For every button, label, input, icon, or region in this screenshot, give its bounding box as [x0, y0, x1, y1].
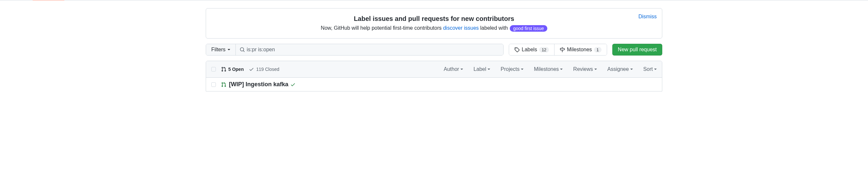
dismiss-button[interactable]: Dismiss: [639, 14, 657, 20]
banner-text-after: labeled with: [479, 25, 509, 31]
labels-milestones-group: Labels 12 Milestones 1: [509, 44, 607, 56]
top-divider: [0, 0, 868, 0]
sort-filter-label: Sort: [643, 66, 653, 72]
caret-down-icon: [461, 69, 463, 70]
select-all-checkbox[interactable]: [211, 67, 216, 71]
new-pull-request-button[interactable]: New pull request: [612, 44, 662, 56]
open-count: 5 Open: [228, 67, 244, 72]
milestones-filter-label: Milestones: [534, 66, 559, 72]
active-tab-indicator: [33, 0, 64, 0]
milestones-button[interactable]: Milestones 1: [554, 44, 607, 55]
banner-text: Now, GitHub will help potential first-ti…: [211, 25, 657, 32]
assignee-filter[interactable]: Assignee: [608, 66, 633, 72]
assignee-filter-label: Assignee: [608, 66, 629, 72]
row-checkbox[interactable]: [211, 82, 216, 87]
filters-label: Filters: [211, 47, 226, 53]
git-pull-request-icon: [221, 67, 226, 72]
check-success-icon: [290, 82, 296, 87]
tag-icon: [514, 47, 520, 52]
pr-list: 5 Open 119 Closed Author Label Projects …: [206, 61, 662, 92]
label-filter-label: Label: [473, 66, 486, 72]
git-pull-request-open-icon: [221, 82, 226, 87]
search-wrap: [236, 44, 503, 55]
search-input[interactable]: [245, 44, 500, 55]
closed-count: 119 Closed: [256, 67, 279, 72]
caret-down-icon: [630, 69, 633, 70]
filter-search-group: Filters: [206, 44, 503, 56]
caret-down-icon: [227, 49, 230, 50]
pr-toolbar: Filters Labels 12 Milestones 1 New pull …: [206, 44, 662, 56]
good-first-issue-badge[interactable]: good first issue: [510, 25, 547, 32]
caret-down-icon: [654, 69, 657, 70]
closed-state-tab[interactable]: 119 Closed: [249, 67, 279, 72]
labels-label: Labels: [522, 47, 537, 53]
projects-filter-label: Projects: [501, 66, 520, 72]
pr-title[interactable]: [WIP] Ingestion kafka: [229, 81, 288, 88]
labels-count: 12: [539, 47, 549, 53]
filters-button[interactable]: Filters: [206, 44, 236, 55]
milestones-filter[interactable]: Milestones: [534, 66, 563, 72]
projects-filter[interactable]: Projects: [501, 66, 524, 72]
caret-down-icon: [594, 69, 597, 70]
reviews-filter[interactable]: Reviews: [573, 66, 597, 72]
author-filter[interactable]: Author: [444, 66, 463, 72]
reviews-filter-label: Reviews: [573, 66, 593, 72]
check-icon: [249, 67, 254, 72]
open-state-tab[interactable]: 5 Open: [221, 67, 244, 72]
first-contributor-banner: Dismiss Label issues and pull requests f…: [206, 8, 662, 38]
caret-down-icon: [521, 69, 524, 70]
author-filter-label: Author: [444, 66, 459, 72]
banner-text-before: Now, GitHub will help potential first-ti…: [321, 25, 443, 31]
sort-filter[interactable]: Sort: [643, 66, 657, 72]
label-filter[interactable]: Label: [473, 66, 490, 72]
search-icon: [240, 47, 245, 52]
milestone-icon: [560, 47, 565, 52]
milestones-count: 1: [594, 47, 601, 53]
discover-issues-link[interactable]: discover issues: [443, 25, 479, 31]
banner-title: Label issues and pull requests for new c…: [211, 15, 657, 23]
caret-down-icon: [488, 69, 490, 70]
list-header: 5 Open 119 Closed Author Label Projects …: [206, 61, 662, 78]
labels-button[interactable]: Labels 12: [509, 44, 554, 55]
milestones-label: Milestones: [567, 47, 592, 53]
filter-menus: Author Label Projects Milestones Reviews…: [444, 66, 657, 72]
caret-down-icon: [560, 69, 563, 70]
pr-row[interactable]: [WIP] Ingestion kafka: [206, 78, 662, 91]
